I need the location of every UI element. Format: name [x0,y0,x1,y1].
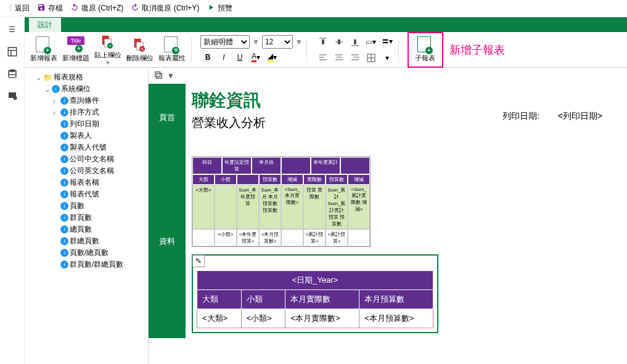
tree-item[interactable]: i總頁數 [53,224,145,235]
section-header-label[interactable]: 頁首 [149,84,186,152]
info-icon: i [60,202,68,210]
underline-button[interactable]: U [232,50,247,65]
align-left-button[interactable] [316,51,330,65]
undo-label: 復原 (Ctrl+Z) [81,3,123,14]
collapse-icon[interactable]: ⌄ [36,73,42,82]
info-icon: i [60,225,68,233]
paste-field-label: 貼上欄位 [94,51,121,60]
cell: Sum_本月 本月 預算數 預算數 [259,185,281,229]
paste-field-button[interactable]: + 貼上欄位 ▼ [92,34,123,65]
data-table[interactable]: <日期_Year> 大類小類本月實際數本月預算數 <大類><小類><本月實際數>… [197,270,433,328]
svg-rect-19 [354,39,356,44]
print-date-label[interactable]: 列印日期: [502,111,539,122]
left-sidebar: ☰ [0,17,25,364]
section-data-label[interactable]: 資料 [149,155,186,328]
tree-item[interactable]: ›i查詢條件 [53,95,145,107]
tree-item[interactable]: i公司英文名稱 [53,165,145,177]
tree-item[interactable]: i頁數 [53,200,145,212]
bold-button[interactable]: B [200,50,215,65]
tab-design[interactable]: 設計 [28,17,62,32]
tree-item[interactable]: i群頁數/群總頁數 [53,259,145,270]
cell [215,185,237,229]
tree-item[interactable]: i公司中文名稱 [53,153,145,165]
cell [281,157,311,174]
cell: <累計預算> [303,229,326,246]
menu-icon[interactable]: ☰ [5,22,20,37]
copy-icon[interactable] [154,70,163,82]
preview-label: 預覽 [218,3,232,14]
font-size-select[interactable]: 12 [262,35,293,49]
report-props-button[interactable]: 報表屬性 [157,34,187,65]
canvas-dropdown-icon[interactable]: ▼ [167,71,174,80]
cell: <Sum_累計實際數 增減> [348,185,370,229]
save-button[interactable]: 存檔 [37,3,63,14]
svg-rect-15 [322,39,324,44]
col-header: 本月實際數 [285,290,359,309]
sub-report-button[interactable]: 子報表 [410,34,441,65]
more-dropdown-icon[interactable]: ▾ [380,51,395,65]
info-icon: i [60,190,68,198]
redo-button[interactable]: 取消復原 (Ctrl+Y) [131,3,199,14]
fill-color-button[interactable]: ◢▾ [264,50,279,65]
valign-bottom-button[interactable] [348,34,363,49]
tree-item[interactable]: ›i排序方式 [53,107,145,118]
chevron-left-icon: 〈 [5,3,12,14]
valign-top-button[interactable] [316,34,330,49]
svg-point-3 [9,70,16,73]
layout-icon[interactable] [5,44,20,59]
tree-item[interactable]: i群頁數 [53,212,145,224]
cell [237,174,259,185]
data-section[interactable]: ✎ <日期_Year> 大類小類本月實際數本月預算數 <大類><小類><本月實際… [192,254,438,333]
new-title-label: 新增標題 [62,54,89,63]
preview-button[interactable]: 預覽 [207,3,232,14]
ribbon-tabs: 設計 [25,17,627,32]
tree-item[interactable]: i群總頁數 [53,235,145,247]
cell: <本月預算數> [359,309,433,328]
col-header: 小類 [241,290,285,309]
line-style-button[interactable]: 〓▾ [380,34,395,49]
font-name-select[interactable]: 新細明體 [200,35,250,49]
undo-button[interactable]: 復原 (Ctrl+Z) [70,3,123,14]
tree-item[interactable]: i報表名稱 [53,177,145,188]
expand-icon[interactable]: › [53,108,59,117]
settings-icon[interactable] [5,89,20,103]
cell [281,229,303,246]
print-date-value[interactable]: <列印日期> [558,111,602,122]
cell: 增減 [348,174,370,185]
italic-button[interactable]: I [216,50,231,65]
info-icon: i [60,144,68,152]
grid-button[interactable] [364,51,379,65]
tree-item[interactable]: i頁數/總頁數 [53,247,145,259]
tree-root[interactable]: ⌄📁報表規格 [36,71,145,83]
tree-item[interactable]: i列印日期 [53,118,145,130]
report-title[interactable]: 聯銓資訊 [192,89,621,112]
align-right-button[interactable] [348,51,363,65]
back-button[interactable]: 〈 返回 [5,3,30,14]
database-icon[interactable] [5,67,20,81]
info-icon: i [60,155,68,163]
tree-item[interactable]: i製表人 [53,130,145,142]
tree-item[interactable]: i報表代號 [53,188,145,200]
font-dropdown-icon[interactable]: ▼ [252,38,260,46]
delete-field-button[interactable]: × 刪除欄位 [125,34,155,65]
align-center-button[interactable] [332,51,346,65]
design-canvas: ▼ 頁首 資料 聯銓資訊 營業收入分析 列印日期: [148,68,627,364]
expand-icon[interactable]: › [53,97,59,105]
border-button[interactable]: ▭▾ [364,34,379,49]
edit-icon[interactable]: ✎ [192,255,205,267]
size-dropdown-icon[interactable]: ▼ [295,38,303,46]
collapse-icon[interactable]: ⌄ [44,85,51,94]
play-icon [207,3,215,14]
thumbnail-table[interactable]: 科目年度法定預算本月份本年度累計 大類小類預算數增減實際數預算數增減 <大類>S… [192,156,371,247]
cell: <小類> [215,229,237,246]
new-title-button[interactable]: Title+ 新增標題 [60,34,91,65]
valign-middle-button[interactable] [332,34,346,49]
new-report-button[interactable]: 新增報表 [28,34,59,65]
cell [348,229,370,246]
tree-item[interactable]: i製表人代號 [53,142,145,153]
cell: 科目 [192,157,222,174]
font-color-button[interactable]: A▾ [248,50,263,65]
svg-text:+: + [109,43,111,49]
col-header: 本月預算數 [359,290,433,309]
tree-sysfields[interactable]: ⌄i系統欄位 [44,83,145,95]
